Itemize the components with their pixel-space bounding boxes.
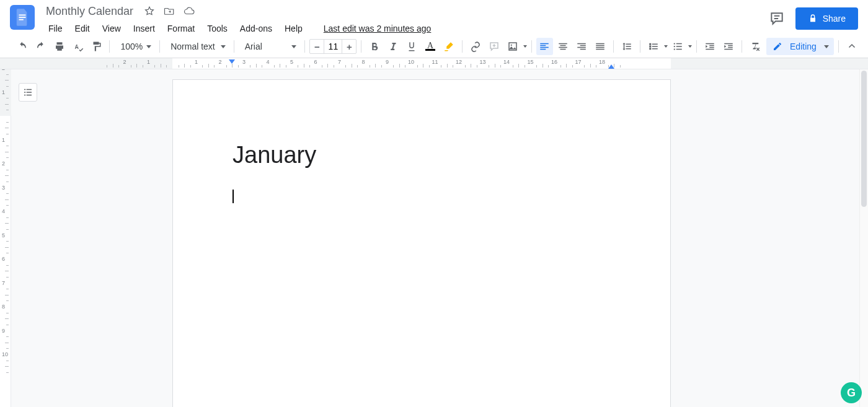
separator — [531, 40, 532, 53]
svg-point-7 — [674, 46, 675, 47]
folder-move-icon[interactable] — [163, 5, 175, 17]
star-icon[interactable] — [143, 5, 156, 17]
zoom-dropdown[interactable]: 100% — [114, 38, 155, 55]
vertical-ruler[interactable]: 2112345678910 — [0, 69, 11, 407]
separator — [109, 40, 110, 53]
font-size-input[interactable] — [324, 40, 342, 53]
print-button[interactable] — [51, 38, 68, 55]
chevron-down-icon — [291, 45, 296, 48]
menu-addons[interactable]: Add-ons — [235, 21, 277, 36]
editing-mode-dropdown[interactable]: Editing — [766, 38, 835, 55]
add-comment-button[interactable] — [485, 38, 503, 55]
menu-format[interactable]: Format — [162, 21, 200, 36]
bold-button[interactable] — [366, 38, 383, 55]
checklist-dropdown[interactable] — [645, 38, 668, 55]
separator — [361, 40, 361, 53]
share-button[interactable]: Share — [795, 7, 858, 30]
menu-help[interactable]: Help — [280, 21, 308, 36]
paint-format-button[interactable] — [88, 38, 105, 55]
increase-indent-button[interactable] — [720, 38, 737, 55]
separator — [640, 40, 640, 53]
menu-file[interactable]: File — [43, 21, 68, 36]
hide-menus-button[interactable] — [843, 38, 861, 55]
workspace: 2112345678910 January G — [0, 69, 868, 407]
toolbar: 100% Normal text Arial − + A — [0, 35, 868, 58]
font-family-value: Arial — [245, 42, 262, 51]
insert-image-dropdown[interactable] — [504, 38, 527, 55]
menu-tools[interactable]: Tools — [202, 21, 232, 36]
chevron-down-icon — [523, 45, 527, 48]
chevron-down-icon — [664, 45, 668, 48]
titlebar: Monthly Calendar File Edit View Insert F… — [0, 0, 868, 35]
share-button-label: Share — [823, 14, 846, 24]
clear-formatting-button[interactable] — [746, 38, 764, 55]
last-edit-link[interactable]: Last edit was 2 minutes ago — [319, 21, 436, 36]
chevron-down-icon — [146, 45, 151, 48]
bulleted-list-dropdown[interactable] — [669, 38, 692, 55]
image-icon — [504, 38, 521, 55]
separator — [462, 40, 463, 53]
svg-point-8 — [674, 48, 675, 50]
scrollbar-thumb[interactable] — [861, 71, 867, 207]
separator — [613, 40, 614, 53]
menu-view[interactable]: View — [97, 21, 126, 36]
chevron-down-icon — [824, 45, 829, 48]
document-title[interactable]: Monthly Calendar — [43, 4, 136, 19]
menu-edit[interactable]: Edit — [70, 21, 95, 36]
separator — [838, 40, 839, 53]
line-spacing-dropdown[interactable] — [618, 38, 636, 55]
document-canvas[interactable]: January — [11, 69, 868, 407]
grammarly-fab[interactable]: G — [841, 382, 862, 403]
text-cursor — [232, 190, 234, 203]
document-heading[interactable]: January — [232, 142, 611, 168]
svg-point-6 — [674, 43, 675, 44]
chevron-down-icon — [688, 45, 692, 48]
decrease-indent-button[interactable] — [701, 38, 719, 55]
font-size-increase-button[interactable]: + — [342, 40, 356, 53]
separator — [696, 40, 697, 53]
checklist-icon — [645, 38, 662, 55]
svg-point-5 — [510, 45, 512, 46]
undo-button[interactable] — [14, 38, 31, 55]
line-spacing-icon — [618, 38, 636, 55]
align-center-button[interactable] — [554, 38, 572, 55]
separator — [742, 40, 742, 53]
svg-rect-1 — [19, 17, 26, 18]
separator — [304, 40, 305, 53]
separator — [159, 40, 160, 53]
editing-mode-label: Editing — [790, 42, 817, 51]
zoom-value: 100% — [120, 42, 143, 51]
spellcheck-button[interactable] — [69, 38, 87, 55]
font-family-dropdown[interactable]: Arial — [239, 38, 301, 55]
show-outline-button[interactable] — [19, 83, 37, 102]
align-justify-button[interactable] — [591, 38, 609, 55]
text-color-swatch — [425, 49, 435, 51]
comment-history-icon[interactable] — [768, 10, 786, 27]
docs-logo-icon[interactable] — [10, 5, 35, 30]
separator — [234, 40, 234, 53]
font-size-control: − + — [309, 39, 356, 54]
cloud-saved-icon[interactable] — [183, 5, 195, 17]
font-size-decrease-button[interactable]: − — [310, 40, 324, 53]
text-color-button[interactable]: A — [422, 38, 439, 55]
insert-link-button[interactable] — [467, 38, 484, 55]
chevron-down-icon — [221, 45, 226, 48]
align-right-button[interactable] — [573, 38, 590, 55]
paragraph-style-value: Normal text — [170, 42, 215, 51]
underline-button[interactable] — [403, 38, 420, 55]
redo-button[interactable] — [32, 38, 50, 55]
menu-insert[interactable]: Insert — [128, 21, 160, 36]
page[interactable]: January — [172, 79, 671, 407]
paragraph-style-dropdown[interactable]: Normal text — [164, 38, 229, 55]
bulleted-list-icon — [669, 38, 686, 55]
horizontal-ruler[interactable]: 21123456789101112131415161718 — [0, 58, 868, 69]
highlight-color-button[interactable] — [440, 38, 458, 55]
svg-rect-0 — [19, 14, 26, 15]
document-body[interactable] — [232, 190, 611, 206]
pencil-icon — [773, 42, 782, 51]
lock-icon — [808, 14, 818, 24]
italic-button[interactable] — [384, 38, 402, 55]
align-left-button[interactable] — [536, 38, 554, 55]
svg-rect-2 — [19, 19, 24, 20]
vertical-scrollbar[interactable] — [859, 69, 868, 407]
